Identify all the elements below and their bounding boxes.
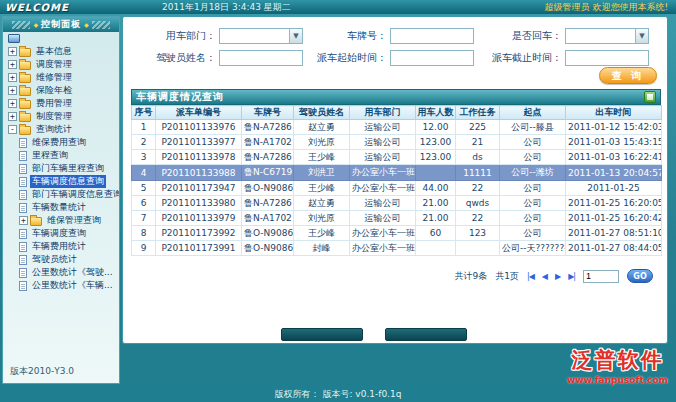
- plate-no-input[interactable]: [390, 28, 474, 44]
- folder-icon: [19, 74, 31, 83]
- table-cell: 封峰: [294, 241, 350, 256]
- table-title: 车辆调度情况查询: [136, 90, 644, 104]
- driver-name-input[interactable]: [219, 50, 303, 66]
- returned-select[interactable]: ▼: [565, 28, 649, 44]
- column-header[interactable]: 出车时间: [566, 106, 662, 120]
- page-number-input[interactable]: [583, 270, 619, 283]
- stripe-decoration: [12, 21, 30, 29]
- sidebar-item[interactable]: 部门车辆调度信息查询: [3, 188, 119, 201]
- expand-toggle-icon[interactable]: +: [8, 99, 17, 108]
- field-end-time: 派车截止时间：: [475, 49, 649, 66]
- table-row[interactable]: 2P201101133977鲁N-A1702刘光原运输公司123.0021公司2…: [132, 135, 662, 150]
- sidebar-item[interactable]: 驾驶员统计: [3, 253, 119, 266]
- table-cell: 刘洪卫: [294, 165, 350, 181]
- table-cell: 运输公司: [350, 196, 416, 211]
- column-header[interactable]: 起点: [500, 106, 566, 120]
- page-icon: [19, 177, 27, 187]
- sidebar-item-label: 公里数统计《驾驶...: [30, 266, 115, 279]
- table-cell: 2011-01-12 15:42:03: [566, 120, 662, 135]
- tree-root[interactable]: [3, 32, 119, 45]
- table-row[interactable]: 3P201101133978鲁N-A7286王少峰运输公司123.00ds公司2…: [132, 150, 662, 165]
- field-returned: 是否回车： ▼: [493, 27, 649, 44]
- next-page-icon[interactable]: ▶: [555, 272, 560, 281]
- sidebar-item[interactable]: 维保费用查询: [3, 136, 119, 149]
- column-header[interactable]: 车牌号: [242, 106, 294, 120]
- sidebar-item[interactable]: 公里数统计《驾驶...: [3, 266, 119, 279]
- sidebar-item[interactable]: +制度管理: [3, 110, 119, 123]
- sidebar-item-label: 里程查询: [30, 149, 70, 162]
- column-header[interactable]: 工作任务: [456, 106, 500, 120]
- column-header[interactable]: 派车单编号: [156, 106, 242, 120]
- table-cell: 鲁N-A7286: [242, 150, 294, 165]
- column-header[interactable]: 用车部门: [350, 106, 416, 120]
- sidebar-item[interactable]: 车辆数量统计: [3, 201, 119, 214]
- page-icon: [19, 268, 27, 278]
- sidebar-item-label: 部门车辆里程查询: [30, 162, 106, 175]
- brand-site-url: www.fanpusoft.com: [567, 375, 668, 385]
- prev-page-icon[interactable]: ◀: [542, 272, 547, 281]
- table-row[interactable]: 9P201101173991鲁O-N9086封峰办公室小车一班公司--天????…: [132, 241, 662, 256]
- sidebar-item[interactable]: 车辆调度信息查询: [3, 175, 119, 188]
- sidebar-item[interactable]: 车辆费用统计: [3, 240, 119, 253]
- search-button[interactable]: 查 询: [599, 67, 657, 84]
- page-icon: [19, 164, 27, 174]
- topbar: WELCOME 2011年1月18日 3:4:43 星期二 超级管理员 欢迎您使…: [0, 0, 676, 14]
- end-time-input[interactable]: [565, 50, 649, 66]
- sidebar-item[interactable]: -查询统计: [3, 123, 119, 136]
- expand-toggle-icon[interactable]: +: [8, 112, 17, 121]
- table-cell: 鲁N-A1702: [242, 211, 294, 226]
- sidebar-item[interactable]: +维保管理查询: [3, 214, 119, 227]
- bottom-button-1[interactable]: [281, 328, 363, 341]
- table-row[interactable]: 4P201101133988鲁N-C6719刘洪卫办公室小车一班11111公司-…: [132, 165, 662, 181]
- end-time-label: 派车截止时间：: [475, 51, 565, 65]
- sidebar-item[interactable]: +费用管理: [3, 97, 119, 110]
- expand-toggle-icon[interactable]: +: [19, 216, 28, 225]
- start-time-input[interactable]: [390, 50, 474, 66]
- sidebar-item[interactable]: +维修管理: [3, 71, 119, 84]
- table-row[interactable]: 8P201101173992鲁O-N9086王少峰办公室小车一班60123公司2…: [132, 226, 662, 241]
- department-select[interactable]: ▼: [219, 28, 303, 44]
- last-page-icon[interactable]: ▶|: [568, 272, 575, 281]
- go-button[interactable]: GO: [627, 269, 653, 283]
- first-page-icon[interactable]: |◀: [527, 272, 534, 281]
- expand-toggle-icon[interactable]: +: [8, 47, 17, 56]
- export-excel-icon[interactable]: [644, 91, 656, 103]
- field-plate-no: 车牌号：: [328, 27, 474, 44]
- expand-toggle-icon[interactable]: +: [8, 60, 17, 69]
- expand-toggle-icon[interactable]: +: [8, 86, 17, 95]
- table-row[interactable]: 1P201101133976鲁N-A7286赵立勇运输公司12.00225公司-…: [132, 120, 662, 135]
- stripe-decoration: [92, 21, 110, 29]
- sidebar-item[interactable]: +调度管理: [3, 58, 119, 71]
- brand-name: 泛普软件: [567, 346, 668, 374]
- dispatch-table: 序号派车单编号车牌号驾驶员姓名用车部门用车人数工作任务起点出车时间 1P2011…: [131, 105, 662, 256]
- sidebar-item[interactable]: 公里数统计《车辆...: [3, 279, 119, 292]
- bottom-button-2[interactable]: [385, 328, 467, 341]
- sidebar-item-label: 车辆数量统计: [30, 201, 88, 214]
- sidebar-item-label: 驾驶员统计: [30, 253, 79, 266]
- table-cell: 11111: [456, 165, 500, 181]
- table-cell: 225: [456, 120, 500, 135]
- sidebar-item[interactable]: 里程查询: [3, 149, 119, 162]
- table-cell: 运输公司: [350, 135, 416, 150]
- table-cell: 公司: [500, 211, 566, 226]
- sidebar-item-label: 公里数统计《车辆...: [30, 279, 115, 292]
- sidebar-item[interactable]: +基本信息: [3, 45, 119, 58]
- table-cell: 123: [456, 226, 500, 241]
- collapse-toggle-icon[interactable]: -: [8, 125, 17, 134]
- table-cell: 2011-01-27 08:51:10: [566, 226, 662, 241]
- sidebar-item[interactable]: 车辆调度查询: [3, 227, 119, 240]
- table-cell: 3: [132, 150, 156, 165]
- table-cell: 7: [132, 211, 156, 226]
- column-header[interactable]: 序号: [132, 106, 156, 120]
- datetime-text: 2011年1月18日 3:4:43 星期二: [162, 1, 291, 14]
- field-start-time: 派车起始时间：: [300, 49, 474, 66]
- column-header[interactable]: 用车人数: [416, 106, 456, 120]
- table-row[interactable]: 7P201101133979鲁N-A1702刘光原运输公司21.0022公司20…: [132, 211, 662, 226]
- sidebar-item[interactable]: +保险年检: [3, 84, 119, 97]
- sidebar-item[interactable]: 部门车辆里程查询: [3, 162, 119, 175]
- table-row[interactable]: 5P201101173947鲁O-N9086王少峰办公室小车一班44.0022公…: [132, 181, 662, 196]
- table-row[interactable]: 6P201101133980鲁N-A7286赵立勇运输公司21.00qwds公司…: [132, 196, 662, 211]
- expand-toggle-icon[interactable]: +: [8, 73, 17, 82]
- table-cell: 运输公司: [350, 120, 416, 135]
- column-header[interactable]: 驾驶员姓名: [294, 106, 350, 120]
